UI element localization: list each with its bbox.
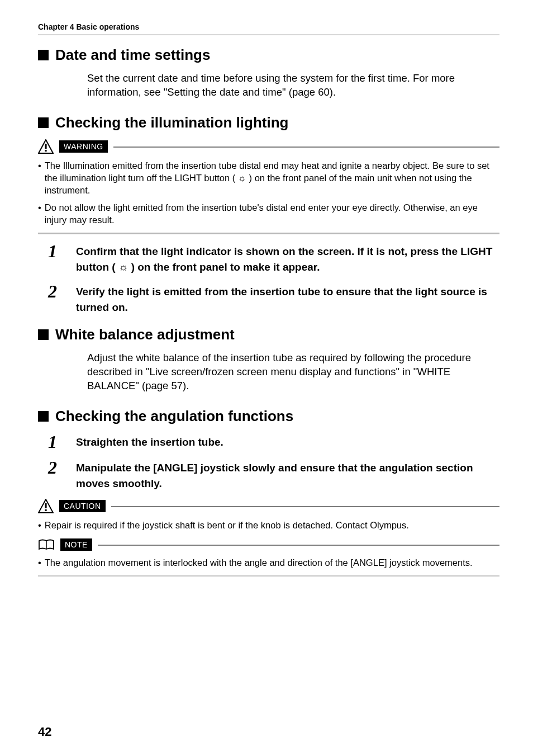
section-title-text: White balance adjustment — [55, 326, 235, 343]
note-text: The angulation movement is interlocked w… — [45, 556, 473, 569]
warning-divider — [113, 147, 499, 148]
section-divider — [38, 575, 499, 577]
header-divider — [38, 35, 499, 35]
bullet-icon: • — [38, 201, 41, 226]
note-label: NOTE — [60, 538, 92, 551]
warning-header: WARNING — [38, 139, 499, 154]
svg-rect-2 — [45, 150, 46, 152]
note-header: NOTE — [38, 538, 499, 551]
note-item: • The angulation movement is interlocked… — [38, 556, 494, 569]
section-title-date-time: Date and time settings — [38, 46, 499, 64]
step-text: Confirm that the light indicator is show… — [76, 244, 499, 275]
warning-triangle-icon — [38, 139, 54, 154]
section-title-illumination: Checking the illumination lighting — [38, 114, 499, 131]
section-divider — [38, 233, 499, 234]
square-bullet-icon — [38, 411, 49, 422]
step-row: 2 Verify the light is emitted from the i… — [48, 282, 499, 315]
note-divider — [98, 545, 499, 546]
step-row: 1 Confirm that the light indicator is sh… — [48, 242, 499, 275]
date-time-body: Set the current date and time before usi… — [87, 72, 494, 100]
note-list: • The angulation movement is interlocked… — [38, 556, 494, 569]
chapter-header: Chapter 4 Basic operations — [38, 22, 499, 31]
caution-item: • Repair is required if the joystick sha… — [38, 519, 494, 531]
step-text: Straighten the insertion tube. — [76, 434, 223, 450]
warning-item: • Do not allow the light emitted from th… — [38, 201, 494, 226]
warning-text: Do not allow the light emitted from the … — [45, 201, 494, 226]
svg-rect-1 — [45, 144, 46, 149]
note-book-icon — [38, 538, 55, 551]
section-title-text: Checking the angulation functions — [55, 408, 293, 425]
caution-triangle-icon — [38, 499, 54, 513]
bullet-icon: • — [38, 159, 41, 197]
square-bullet-icon — [38, 329, 49, 340]
section-title-text: Date and time settings — [55, 46, 210, 64]
caution-divider — [111, 506, 500, 507]
step-number: 1 — [48, 433, 64, 451]
step-text: Verify the light is emitted from the ins… — [76, 284, 499, 315]
bullet-icon: • — [38, 519, 41, 531]
white-balance-body: Adjust the white balance of the insertio… — [87, 351, 494, 393]
caution-label: CAUTION — [59, 500, 106, 512]
square-bullet-icon — [38, 117, 49, 128]
caution-list: • Repair is required if the joystick sha… — [38, 519, 494, 531]
warning-item: • The Illumination emitted from the inse… — [38, 159, 494, 197]
step-text: Manipulate the [ANGLE] joystick slowly a… — [76, 460, 499, 491]
section-title-angulation: Checking the angulation functions — [38, 408, 499, 425]
section-title-text: Checking the illumination lighting — [55, 114, 288, 131]
warning-list: • The Illumination emitted from the inse… — [38, 159, 494, 226]
warning-label: WARNING — [59, 140, 108, 153]
step-number: 1 — [48, 242, 64, 260]
step-row: 2 Manipulate the [ANGLE] joystick slowly… — [48, 459, 499, 491]
step-number: 2 — [48, 459, 64, 476]
svg-rect-5 — [45, 509, 46, 511]
square-bullet-icon — [38, 50, 49, 60]
caution-header: CAUTION — [38, 499, 499, 513]
warning-text: The Illumination emitted from the insert… — [45, 159, 494, 197]
page-number: 42 — [38, 725, 51, 739]
caution-text: Repair is required if the joystick shaft… — [45, 519, 409, 531]
step-number: 2 — [48, 282, 64, 300]
bullet-icon: • — [38, 556, 41, 569]
section-title-white-balance: White balance adjustment — [38, 326, 499, 343]
svg-rect-4 — [45, 503, 46, 508]
step-row: 1 Straighten the insertion tube. — [48, 433, 499, 451]
